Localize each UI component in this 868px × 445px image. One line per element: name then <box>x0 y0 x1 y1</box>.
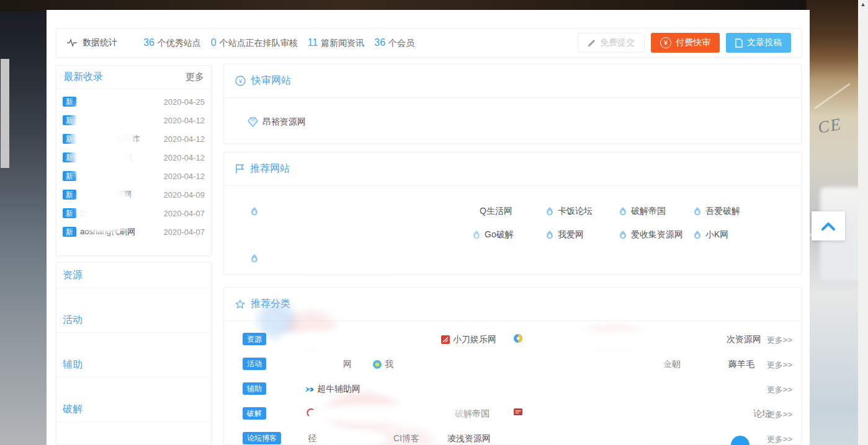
list-item[interactable]: 新 2020-04-12 <box>63 167 205 185</box>
category-badge[interactable]: 破解 <box>243 407 266 420</box>
stat-unit: 个站点正在排队审核 <box>220 38 298 49</box>
list-item[interactable]: 新 2020-04-12 <box>63 111 205 130</box>
stat-value: 36 <box>143 37 154 48</box>
scrollbar-thumb[interactable] <box>1 59 9 168</box>
paid-review-label: 付费快审 <box>676 37 710 48</box>
category-badge[interactable]: 辅助 <box>243 382 266 395</box>
new-badge: 新 <box>63 227 76 237</box>
site-link[interactable]: 卡饭论坛 <box>545 205 593 218</box>
site-name: 源网 <box>80 189 161 200</box>
category-row: 资源 小刀娱乐网 次资源网 更多>> <box>243 332 792 348</box>
back-to-top-button[interactable] <box>812 211 845 240</box>
more-link[interactable]: 更多>> <box>767 434 792 445</box>
blur-blob <box>399 355 656 374</box>
scrollbar-up-arrow[interactable]: ▲ <box>858 1 868 7</box>
flame-icon <box>693 230 702 240</box>
category-badge[interactable]: 活动 <box>243 358 266 370</box>
fast-review-title: 快审网站 <box>251 74 291 87</box>
site-link[interactable] <box>250 252 259 265</box>
recommended-categories-title: 推荐分类 <box>251 297 290 311</box>
latest-more-link[interactable]: 更多 <box>186 71 204 83</box>
stat-value: 0 <box>211 37 217 48</box>
site-link[interactable]: 次资源网 <box>727 334 761 345</box>
category-row: 论坛博客 径 CI博客 凌浅资源网 更多>> <box>243 431 792 445</box>
list-item[interactable]: 新 2020-04-25 <box>63 92 205 111</box>
site-link[interactable] <box>250 205 259 218</box>
site-name-fragment[interactable]: 金朝 <box>663 359 681 370</box>
blur-blob <box>527 330 719 350</box>
site-link[interactable]: CI博客 <box>393 433 419 444</box>
list-item[interactable]: 新 联 2020-04-12 <box>63 148 205 167</box>
site-link[interactable]: 小刀娱乐网 <box>441 334 496 345</box>
entry-date: 2020-04-12 <box>164 116 205 125</box>
yen-circle-icon: ¥ <box>235 76 246 86</box>
site-link[interactable]: 我爱网 <box>545 228 584 242</box>
new-badge: 新 <box>63 134 76 144</box>
sidebar-category-resources[interactable]: 资源 <box>63 269 83 283</box>
list-item[interactable]: 新 信轰炸 2020-04-12 <box>63 130 205 148</box>
sidebar-category-activities[interactable]: 活动 <box>63 314 83 327</box>
blur-blob <box>429 197 477 217</box>
flame-icon <box>250 206 259 216</box>
site-name: 破解帝国 <box>455 408 490 420</box>
site-name: 我爱网 <box>558 229 584 240</box>
site-name-fragment[interactable]: 径 <box>308 433 316 444</box>
divider <box>56 288 211 288</box>
list-item[interactable]: 新 浩 2020-04-07 <box>63 204 205 222</box>
site-name: 凌浅资源网 <box>447 433 491 444</box>
site-name: 浩 <box>80 208 161 219</box>
article-submit-button[interactable]: 文章投稿 <box>726 33 791 53</box>
site-link[interactable]: 我 <box>373 359 393 370</box>
list-item[interactable]: 新 源网 2020-04-09 <box>63 185 205 204</box>
sidebar-category-assist[interactable]: 辅助 <box>63 358 83 372</box>
site-link[interactable]: 超牛辅助网 <box>305 384 360 395</box>
sidebar-category-crack[interactable]: 破解 <box>63 403 83 416</box>
category-row: 辅助 超牛辅助网 更多>> <box>243 382 792 398</box>
scrollbar[interactable]: ▲ <box>858 0 868 445</box>
flame-icon <box>545 230 554 240</box>
flame-icon <box>693 206 702 216</box>
site-name: 吾爱破解 <box>705 206 740 217</box>
site-link[interactable]: 薅羊毛 <box>728 359 754 370</box>
star-icon <box>235 299 245 309</box>
paid-review-button[interactable]: ¥ 付费快审 <box>651 33 720 53</box>
chevron-up-icon <box>820 221 837 232</box>
site-link[interactable] <box>514 334 522 343</box>
site-link[interactable]: Q生活网 <box>480 205 512 218</box>
site-link[interactable]: 破解帝国 <box>619 205 666 218</box>
site-link[interactable]: 吾爱破解 <box>693 205 740 218</box>
site-link[interactable]: 凌浅资源网 <box>447 433 491 444</box>
entry-date: 2020-04-07 <box>164 209 205 218</box>
bird-site-icon <box>305 386 314 394</box>
entry-date: 2020-04-12 <box>164 172 205 181</box>
category-badge[interactable]: 资源 <box>243 333 266 345</box>
stats-values: 36 个优秀站点 0 个站点正在排队审核 11 篇新闻资讯 36 个会员 <box>143 37 424 49</box>
blur-blob <box>260 190 459 227</box>
blur-blob <box>509 429 696 445</box>
site-name-fragment[interactable]: 网 <box>343 359 352 370</box>
list-item[interactable]: 新 aoshang代刷网 2020-04-07 <box>63 222 205 241</box>
recommended-categories-panel: 推荐分类 资源 小刀娱乐网 次资源网 更多>> 活动 <box>223 287 802 445</box>
new-badge: 新 <box>63 208 76 218</box>
category-badge[interactable]: 论坛博客 <box>243 432 281 444</box>
blur-blob <box>249 218 466 256</box>
more-link[interactable]: 更多>> <box>767 359 792 371</box>
red-arc-site-icon[interactable] <box>306 408 315 417</box>
stat-value: 11 <box>308 37 318 48</box>
more-link[interactable]: 更多>> <box>767 384 792 395</box>
fast-review-site[interactable]: 昂裕资源网 <box>248 117 306 128</box>
svg-text:¥: ¥ <box>238 78 243 84</box>
more-link[interactable]: 更多>> <box>767 409 792 420</box>
knife-site-icon <box>441 335 450 344</box>
site-link[interactable]: Go破解 <box>472 228 514 242</box>
site-name: 联 <box>80 152 161 163</box>
site-link[interactable]: 小K网 <box>693 228 728 242</box>
blur-blob <box>316 404 449 424</box>
more-link[interactable]: 更多>> <box>767 335 792 346</box>
site-link[interactable]: 爱收集资源网 <box>619 228 683 242</box>
free-submit-button[interactable]: 免费提交 <box>578 33 645 53</box>
document-icon <box>735 38 743 48</box>
site-link[interactable]: 破解帝国 <box>455 408 490 420</box>
red-square-site-icon[interactable] <box>514 408 522 415</box>
site-name: 薅羊毛 <box>728 359 754 370</box>
